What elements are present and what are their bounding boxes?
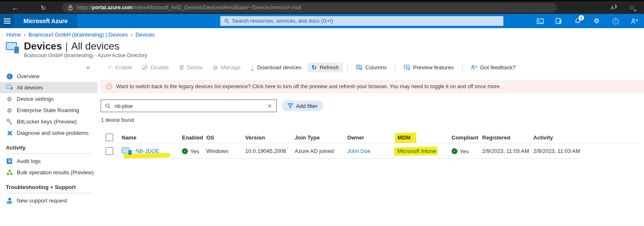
devices-blade-icon [6,42,20,54]
breadcrumb-devices[interactable]: Devices [135,32,155,38]
legacy-experience-banner: Want to switch back to the legacy device… [101,80,644,93]
column-header-mdm[interactable]: MDM [397,134,452,141]
bulk-results-icon [6,169,13,176]
column-header-owner[interactable]: Owner [347,134,397,141]
button-label: Disable [151,64,169,71]
join-type-cell: Azure AD joined [295,148,347,154]
sidebar-item-audit-logs[interactable]: Audit logs [0,155,97,167]
sidebar-item-diagnose[interactable]: Diagnose and solve problems [0,127,97,139]
disable-button[interactable]: Disable [138,63,173,72]
sidebar-item-label: BitLocker keys (Preview) [17,118,77,125]
device-search-box[interactable]: ✕ [101,100,277,112]
audit-logs-icon [6,158,13,165]
favorite-star-icon[interactable]: ☆⊕ [629,4,635,11]
preview-features-icon [404,65,410,70]
sidebar-collapse-icon[interactable]: « [86,64,90,71]
sidebar-item-new-support-request[interactable]: New support request [0,195,97,206]
add-filter-button[interactable]: Add filter [282,100,323,111]
sidebar-section-activity: Activity [6,145,97,151]
banner-click-here-link[interactable]: Click here [252,84,276,89]
manage-button[interactable]: ⚙ Manage [208,63,245,72]
browser-bar: ← ↻ https://portal.azure.com/#view/Micro… [0,0,644,14]
directories-filter-icon[interactable] [555,17,563,25]
device-name-link[interactable]: NB-JDOE [135,148,159,154]
button-label: Enable [115,64,132,71]
global-search-input[interactable] [232,18,499,24]
title-more-options-icon[interactable]: ··· [104,42,112,50]
sidebar-item-overview[interactable]: i Overview [0,71,97,82]
sidebar-item-bitlocker-keys[interactable]: BitLocker keys (Preview) [0,116,97,127]
sidebar-item-label: Overview [17,73,39,79]
breadcrumb-home[interactable]: Home [6,32,21,38]
address-bar[interactable]: https://portal.azure.com/#view/Microsoft… [62,3,557,13]
azure-brand[interactable]: Microsoft Azure [14,14,78,28]
azure-portal-page: ← ↻ https://portal.azure.com/#view/Micro… [0,0,644,226]
check-icon: ✓ [108,65,112,70]
column-header-compliant[interactable]: Compliant [452,134,482,141]
preview-features-button[interactable]: Preview features [400,63,458,72]
feedback-icon[interactable] [631,17,638,25]
column-header-registered[interactable]: Registered [482,134,533,141]
cloud-shell-icon[interactable] [536,17,544,25]
gear-icon: ⚙ [6,96,13,102]
divider [462,63,462,71]
refresh-button[interactable]: ↻ Refresh [307,63,343,72]
devices-table: Name Enabled OS Version Join Type Owner … [106,132,641,159]
got-feedback-button[interactable]: Got feedback? [467,63,520,72]
hamburger-menu-icon[interactable] [0,14,14,28]
command-bar: ✓ Enable Disable Delete ⚙ Manage ↓ Downl… [104,62,520,73]
row-checkbox[interactable] [106,147,113,155]
breadcrumb-separator: › [131,32,132,38]
help-icon[interactable]: ? [612,17,619,25]
browser-back-icon[interactable]: ← [12,4,19,11]
button-label: Columns [365,64,387,71]
green-check-icon: ✓ [452,148,457,154]
mdm-cell: Microsoft Intune [397,148,452,154]
sidebar-item-bulk-operation-results[interactable]: Bulk operation results (Preview) [0,167,97,178]
settings-gear-icon[interactable]: ⚙ [593,17,600,25]
columns-button[interactable]: Columns [352,63,391,72]
sidebar-item-device-settings[interactable]: ⚙ Device settings [0,93,97,105]
column-header-name[interactable]: Name [122,134,182,141]
button-label: Manage [221,64,241,71]
column-header-os[interactable]: OS [206,134,245,141]
select-all-checkbox[interactable] [106,134,113,141]
table-row[interactable]: NB-JDOE ✓Yes Windows 10.0.19045.2006 Azu… [106,143,641,159]
download-devices-button[interactable]: ↓ Download devices [247,63,306,72]
breadcrumb: Home › Braincourt GmbH (braintesting) | … [6,32,155,38]
global-search-box[interactable] [220,16,504,26]
green-check-icon: ✓ [182,148,188,154]
column-header-join-type[interactable]: Join Type [295,134,347,141]
column-header-enabled[interactable]: Enabled [182,134,206,141]
trash-icon [179,65,184,70]
mdm-link[interactable]: Microsoft Intune [397,148,436,154]
sidebar-item-label: Device settings [17,96,54,102]
refresh-icon: ↻ [312,64,317,71]
divider [395,63,395,71]
read-aloud-icon[interactable]: A❱ [610,4,617,11]
notifications-bell-icon[interactable]: 1 [574,17,582,25]
browser-refresh-icon[interactable]: ↻ [41,5,46,11]
add-filter-label: Add filter [296,103,317,109]
column-header-version[interactable]: Version [245,134,295,141]
sidebar-item-enterprise-state-roaming[interactable]: ⚙ Enterprise State Roaming [0,105,97,116]
device-search-input[interactable] [114,103,264,109]
compliant-cell: ✓Yes [452,147,482,155]
url-text: https://portal.azure.com/#view/Microsoft… [77,5,301,11]
azure-top-bar: Microsoft Azure [0,14,644,28]
banner-text: Want to switch back to the legacy device… [116,84,501,89]
divider [347,63,348,71]
column-header-activity[interactable]: Activity [533,134,579,141]
clear-search-icon[interactable]: ✕ [267,103,272,109]
breadcrumb-tenant-devices[interactable]: Braincourt GmbH (braintesting) | Devices [29,32,128,38]
sidebar-item-label: New support request [17,197,67,204]
support-person-icon [6,197,13,204]
delete-button[interactable]: Delete [175,63,207,72]
enable-button[interactable]: ✓ Enable [104,63,136,72]
info-icon: i [6,73,13,80]
owner-link[interactable]: John Doe [347,148,371,154]
sidebar-item-all-devices[interactable]: All devices [0,82,97,93]
table-header-row: Name Enabled OS Version Join Type Owner … [106,132,641,143]
download-icon: ↓ [251,65,254,71]
button-label: Refresh [319,64,339,71]
